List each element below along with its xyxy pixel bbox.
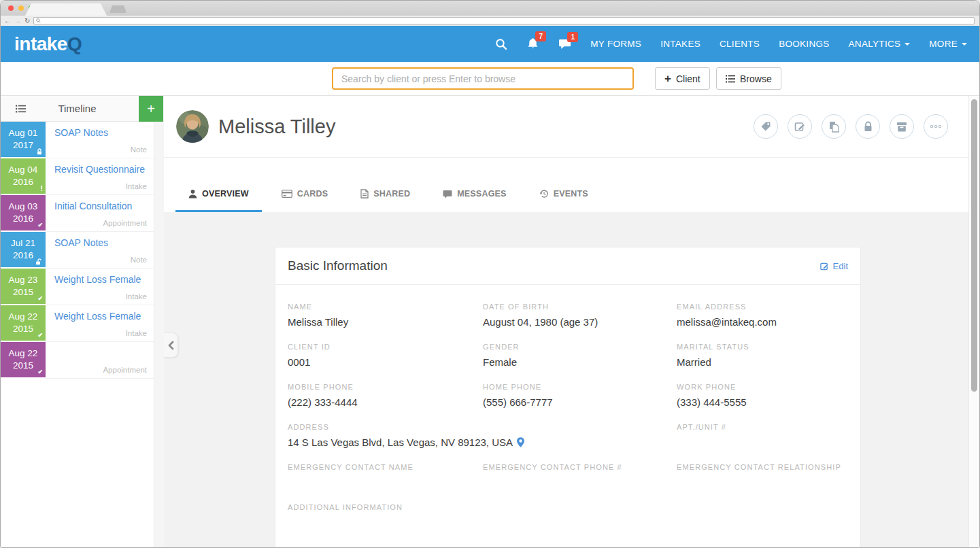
avatar[interactable] xyxy=(176,110,209,143)
new-tab-button[interactable] xyxy=(109,5,126,13)
archive-icon xyxy=(896,122,907,132)
vertical-scrollbar xyxy=(968,96,979,548)
add-timeline-item-button[interactable]: + xyxy=(139,96,163,122)
timeline-entry-type: Note xyxy=(131,145,147,154)
tab-events[interactable]: EVENTS xyxy=(526,189,601,212)
map-pin-icon[interactable] xyxy=(517,437,524,447)
timeline-entry-date: Aug 032016 ✔ xyxy=(1,195,46,230)
timeline-entry-type: Intake xyxy=(126,292,147,301)
timeline-entry-title[interactable]: Initial Consultation xyxy=(54,201,147,211)
notifications-bell-icon[interactable]: 7 xyxy=(526,37,539,50)
field-email-address: EMAIL ADDRESS melissa@intakeq.com xyxy=(677,303,848,328)
client-name: Melissa Tilley xyxy=(218,116,335,138)
timeline-entry-date: Aug 222015 ✔ xyxy=(1,342,46,377)
timeline-entry[interactable]: Aug 222015 ✔ Appointment xyxy=(1,342,154,379)
field-date-of-birth: DATE OF BIRTH August 04, 1980 (age 37) xyxy=(483,303,677,328)
client-header: Melissa Tilley xyxy=(164,96,968,158)
ellipsis-icon xyxy=(930,124,942,129)
refresh-icon[interactable]: ↻ xyxy=(24,18,30,24)
timeline-entry-title[interactable]: Revisit Questionnaire xyxy=(54,164,147,175)
navbar-search-icon[interactable] xyxy=(495,38,507,50)
forward-icon[interactable]: → xyxy=(14,18,21,24)
client-search-input[interactable] xyxy=(332,67,634,90)
card-title: Basic Information xyxy=(288,258,388,273)
field-work-phone: WORK PHONE (333) 444-5555 xyxy=(677,383,848,409)
field-apt-unit: APT./UNIT # xyxy=(677,423,848,449)
minimize-window-button[interactable] xyxy=(18,5,24,11)
field-emergency-contact-name: EMERGENCY CONTACT NAME xyxy=(288,463,483,489)
archive-button[interactable] xyxy=(890,114,914,139)
client-search-strip: +Client Browse xyxy=(1,62,979,96)
timeline-entry-title[interactable]: Weight Loss Female xyxy=(54,311,147,322)
chevron-left-icon xyxy=(167,341,174,350)
tab-overview[interactable]: OVERVIEW xyxy=(175,189,262,212)
lock-icon xyxy=(863,121,873,132)
timeline-entry[interactable]: Aug 042016 ! Revisit Questionnaire Intak… xyxy=(1,158,154,195)
url-bar[interactable] xyxy=(33,17,975,24)
check-icon: ✔ xyxy=(37,296,43,302)
close-window-button[interactable] xyxy=(8,5,14,11)
timeline-entry-title[interactable]: Weight Loss Female xyxy=(54,274,147,285)
nav-item-my-forms[interactable]: MY FORMS xyxy=(590,39,641,49)
chevron-down-icon xyxy=(905,43,910,46)
app-logo: intakeQ xyxy=(14,33,82,55)
tab-shared[interactable]: SHARED xyxy=(348,189,423,212)
timeline-entry-date: Aug 232015 ✔ xyxy=(1,269,46,304)
tab-messages[interactable]: MESSAGES xyxy=(430,189,519,212)
credit-card-icon xyxy=(282,190,292,198)
field-address: ADDRESS 14 S Las Vegas Blvd, Las Vegas, … xyxy=(288,423,677,449)
field-additional-information: ADDITIONAL INFORMATION xyxy=(288,503,848,529)
field-mobile-phone: MOBILE PHONE (222) 333-4444 xyxy=(288,383,483,409)
edit-basic-info-link[interactable]: Edit xyxy=(820,261,848,271)
timeline-entry-date: Aug 042016 ! xyxy=(1,158,46,194)
lock-button[interactable] xyxy=(856,114,880,139)
basic-information-card: Basic Information Edit NAME Melissa Till… xyxy=(275,247,861,548)
user-icon xyxy=(188,189,197,199)
client-actions xyxy=(754,114,948,139)
app-navbar: intakeQ 7 1 MY FORMS INTAKES CLIENTS BOO… xyxy=(1,26,979,62)
nav-item-analytics[interactable]: ANALYTICS xyxy=(849,39,911,49)
browser-tab[interactable] xyxy=(25,3,107,16)
timeline-entry-type: Intake xyxy=(126,329,147,337)
timeline-entry-title[interactable]: SOAP Notes xyxy=(54,237,147,248)
back-icon[interactable]: ← xyxy=(4,18,11,24)
copy-icon xyxy=(828,121,839,133)
sidebar-collapse-handle[interactable] xyxy=(164,332,178,358)
copy-button[interactable] xyxy=(822,114,846,139)
plus-icon: + xyxy=(664,73,671,84)
more-options-button[interactable] xyxy=(924,114,948,139)
check-icon: ✔ xyxy=(37,222,43,228)
timeline-entry[interactable]: Aug 222015 ✔ Weight Loss Female Intake xyxy=(1,305,154,342)
browser-toolbar: ← → ↻ xyxy=(1,16,979,26)
timeline-entry-title[interactable]: SOAP Notes xyxy=(54,127,147,138)
edit-button[interactable] xyxy=(788,114,812,139)
check-icon: ✔ xyxy=(37,369,43,375)
nav-item-more[interactable]: MORE xyxy=(929,39,967,49)
timeline-entries: Aug 012017 SOAP Notes Note Aug 042016 ! … xyxy=(1,122,154,379)
field-home-phone: HOME PHONE (555) 666-7777 xyxy=(483,383,677,409)
logo-intake-text: intake xyxy=(14,33,67,54)
nav-item-intakes[interactable]: INTAKES xyxy=(660,39,700,49)
messages-badge: 1 xyxy=(567,32,578,42)
timeline-entry[interactable]: Aug 032016 ✔ Initial Consultation Appoin… xyxy=(1,195,154,232)
scrollbar-thumb[interactable] xyxy=(971,99,977,392)
bell-badge: 7 xyxy=(535,31,546,41)
timeline-entry-date: Aug 222015 ✔ xyxy=(1,305,46,341)
nav-item-bookings[interactable]: BOOKINGS xyxy=(779,39,829,49)
timeline-entry[interactable]: Jul 212016 SOAP Notes Note xyxy=(1,232,154,269)
chevron-down-icon xyxy=(962,43,967,46)
tag-button[interactable] xyxy=(754,114,778,139)
browse-button[interactable]: Browse xyxy=(716,67,781,90)
field-gender: GENDER Female xyxy=(483,343,677,369)
messages-bubble-icon[interactable]: 1 xyxy=(558,38,571,50)
nav-item-clients[interactable]: CLIENTS xyxy=(720,39,760,49)
timeline-entry[interactable]: Aug 012017 SOAP Notes Note xyxy=(1,122,154,158)
unlock-icon xyxy=(35,258,43,265)
timeline-entry[interactable]: Aug 232015 ✔ Weight Loss Female Intake xyxy=(1,269,154,305)
add-client-button[interactable]: +Client xyxy=(655,67,710,90)
browser-window: ← → ↻ intakeQ 7 1 MY FORMS INTAKES CLIEN… xyxy=(0,0,980,548)
client-detail-panel: Melissa Tilley xyxy=(164,96,968,548)
document-icon xyxy=(360,189,369,199)
lock-icon xyxy=(36,148,43,155)
tab-cards[interactable]: CARDS xyxy=(269,189,341,212)
